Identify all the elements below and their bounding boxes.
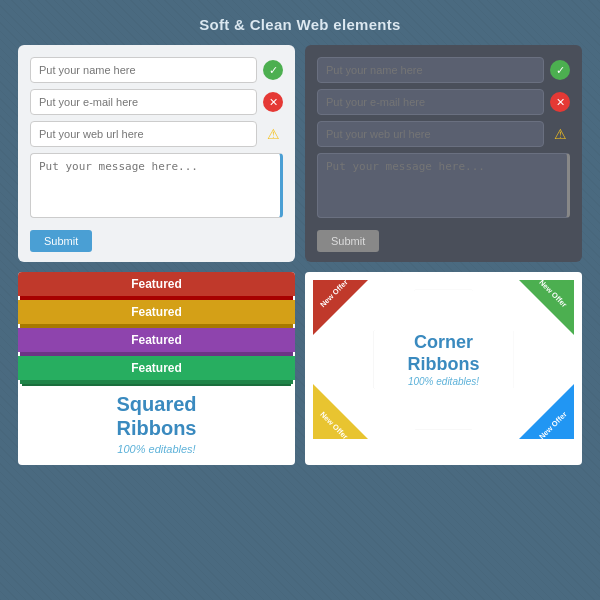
forms-grid: ✓ ✕ ⚠ Submit ✓ ✕ ⚠ Submit [0,45,600,262]
name-status-icon-light: ✓ [263,60,283,80]
message-textarea-dark[interactable] [317,153,570,218]
ribbon-label-2: Featured [18,328,295,352]
email-input-light[interactable] [30,89,257,115]
email-field-row: ✕ [30,89,283,115]
url-field-row: ⚠ [30,121,283,147]
corner-tr: New Offer [519,280,574,335]
octagon-wrap: New Offer New Offer New Offer New Offer … [305,272,582,447]
ribbon-3: Featured [18,356,295,382]
url-input-light[interactable] [30,121,257,147]
form-light: ✓ ✕ ⚠ Submit [18,45,295,262]
octagon: Corner Ribbons 100% editables! [374,290,514,430]
ribbon-label-0: Featured [18,272,295,296]
submit-button-light[interactable]: Submit [30,230,92,252]
url-status-icon-light: ⚠ [263,124,283,144]
email-field-row-dark: ✕ [317,89,570,115]
message-row-light [30,153,283,222]
name-status-icon-dark: ✓ [550,60,570,80]
ribbon-label-1: Featured [18,300,295,324]
bottom-grid: FeaturedFeaturedFeaturedFeatured Squared… [0,262,600,465]
email-status-icon-light: ✕ [263,92,283,112]
ribbon-label-3: Featured [18,356,295,380]
squared-ribbons-heading: Squared Ribbons [28,392,285,440]
squared-ribbons-sub: 100% editables! [28,443,285,455]
page-title: Soft & Clean Web elements [0,0,600,45]
email-input-dark[interactable] [317,89,544,115]
corner-ribbons-panel: New Offer New Offer New Offer New Offer … [305,272,582,465]
url-status-icon-dark: ⚠ [550,124,570,144]
ribbon-0: Featured [18,272,295,298]
email-status-icon-dark: ✕ [550,92,570,112]
corner-br: New Offer [519,384,574,439]
corner-ribbons-sub: 100% editables! [408,376,479,387]
squared-ribbons-panel: FeaturedFeaturedFeaturedFeatured Squared… [18,272,295,465]
ribbons-text: Squared Ribbons 100% editables! [18,384,295,465]
corner-ribbons-heading: Corner Ribbons [408,332,480,375]
message-textarea-light[interactable] [30,153,283,218]
name-input-dark[interactable] [317,57,544,83]
name-field-row-dark: ✓ [317,57,570,83]
name-field-row: ✓ [30,57,283,83]
corner-tl: New Offer [313,280,368,335]
message-row-dark [317,153,570,222]
submit-button-dark[interactable]: Submit [317,230,379,252]
name-input-light[interactable] [30,57,257,83]
url-input-dark[interactable] [317,121,544,147]
ribbon-1: Featured [18,300,295,326]
url-field-row-dark: ⚠ [317,121,570,147]
form-dark: ✓ ✕ ⚠ Submit [305,45,582,262]
corner-bl: New Offer [313,384,368,439]
ribbon-list: FeaturedFeaturedFeaturedFeatured [18,272,295,382]
ribbon-2: Featured [18,328,295,354]
